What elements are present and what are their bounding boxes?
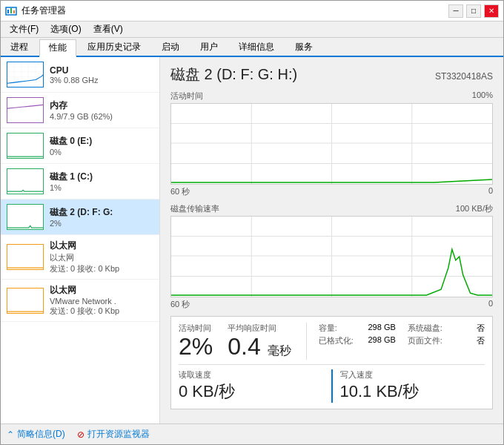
formatted-label: 已格式化:	[319, 335, 354, 346]
activity-label-row: 活动时间 100%	[170, 90, 493, 102]
sidebar-item-cpu[interactable]: CPU 3% 0.88 GHz	[1, 57, 159, 93]
page-value: 否	[477, 335, 485, 346]
tab-services[interactable]: 服务	[285, 38, 322, 56]
disk2-thumbnail	[7, 204, 44, 230]
svg-rect-5	[7, 62, 43, 87]
tab-startup[interactable]: 启动	[152, 38, 189, 56]
sidebar-item-memory[interactable]: 内存 4.9/7.9 GB (62%)	[1, 93, 159, 128]
activity-chart-section: 活动时间 100%	[170, 90, 493, 197]
sidebar-item-eth0[interactable]: 以太网 以太网 发送: 0 接收: 0 Kbp	[1, 235, 159, 280]
app-icon	[5, 5, 17, 17]
svg-rect-11	[7, 289, 43, 313]
stat-capacity: 容量: 298 GB 已格式化: 298 GB	[307, 323, 396, 360]
memory-thumbnail	[7, 97, 44, 123]
maximize-button[interactable]: □	[466, 4, 481, 18]
tab-users[interactable]: 用户	[190, 38, 228, 56]
formatted-value: 298 GB	[368, 335, 396, 346]
transfer-time-end: 0	[488, 299, 493, 310]
minimize-button[interactable]: ─	[448, 4, 463, 18]
disk0-thumbnail	[7, 133, 44, 159]
cpu-title: CPU	[50, 65, 153, 76]
activity-time-end: 0	[488, 186, 493, 197]
sidebar-item-disk1[interactable]: 磁盘 1 (C:) 1%	[1, 164, 159, 200]
svg-rect-3	[13, 10, 15, 13]
activity-stat-label: 活动时间	[179, 323, 213, 334]
tab-app-history[interactable]: 应用历史记录	[78, 38, 150, 56]
tab-details[interactable]: 详细信息	[229, 38, 284, 56]
menu-options[interactable]: 选项(O)	[44, 22, 87, 37]
close-button[interactable]: ✕	[484, 4, 499, 18]
menu-file[interactable]: 文件(F)	[4, 22, 44, 37]
disk2-title: 磁盘 2 (D: F: G:	[50, 206, 153, 219]
write-value: 10.1 KB/秒	[340, 380, 485, 403]
eth0-title: 以太网	[50, 240, 153, 252]
transfer-time-start: 60 秒	[170, 299, 190, 310]
activity-time-start: 60 秒	[170, 186, 190, 197]
read-value: 0 KB/秒	[179, 380, 324, 403]
disk2-sub: 2%	[50, 219, 153, 228]
summary-label: 简略信息(D)	[17, 428, 65, 441]
detail-header: 磁盘 2 (D: F: G: H:) ST3320418AS	[170, 65, 493, 85]
detail-panel: 磁盘 2 (D: F: G: H:) ST3320418AS 活动时间 100%	[160, 57, 503, 423]
disk0-title: 磁盘 0 (E:)	[50, 135, 153, 148]
disk1-title: 磁盘 1 (C:)	[50, 171, 153, 183]
activity-max: 100%	[472, 90, 493, 102]
sidebar: CPU 3% 0.88 GHz 内存 4.9/7.9 GB (62%)	[1, 57, 160, 423]
read-label: 读取速度	[179, 369, 324, 380]
svg-rect-7	[7, 134, 43, 158]
tab-performance[interactable]: 性能	[39, 39, 76, 57]
forbidden-icon: ⊘	[77, 429, 84, 440]
menu-view[interactable]: 查看(V)	[87, 22, 129, 37]
eth0-sub: 发送: 0 接收: 0 Kbp	[50, 263, 153, 274]
transfer-chart-section: 磁盘传输速率 100 KB/秒	[170, 203, 493, 310]
stats-grid: 活动时间 2% 平均响应时间 0.4 毫秒 容量:	[179, 323, 485, 360]
cpu-sub: 3% 0.88 GHz	[50, 76, 153, 85]
read-speed: 读取速度 0 KB/秒	[179, 369, 333, 403]
sidebar-item-disk2[interactable]: 磁盘 2 (D: F: G: 2%	[1, 200, 159, 235]
window-title: 任务管理器	[21, 4, 66, 17]
speed-row: 读取速度 0 KB/秒 写入速度 10.1 KB/秒	[179, 364, 485, 403]
transfer-max: 100 KB/秒	[456, 203, 493, 214]
activity-stat-value: 2%	[179, 334, 213, 360]
stats-container: 活动时间 2% 平均响应时间 0.4 毫秒 容量:	[170, 316, 493, 409]
sidebar-item-disk0[interactable]: 磁盘 0 (E:) 0%	[1, 128, 159, 164]
title-controls: ─ □ ✕	[448, 4, 499, 18]
eth1-thumbnail	[7, 288, 44, 314]
eth1-title: 以太网	[50, 284, 153, 297]
transfer-label: 磁盘传输速率	[170, 203, 219, 214]
eth1-sub0: VMware Network .	[50, 297, 153, 306]
capacity-label: 容量:	[319, 323, 337, 334]
menu-bar: 文件(F) 选项(O) 查看(V)	[1, 22, 503, 38]
write-speed: 写入速度 10.1 KB/秒	[333, 369, 485, 403]
svg-rect-1	[7, 10, 9, 13]
write-label: 写入速度	[340, 369, 485, 380]
monitor-button-wrapper: ⊘ 打开资源监视器	[77, 428, 150, 441]
activity-label: 活动时间	[170, 90, 203, 102]
cpu-thumbnail	[7, 62, 44, 88]
memory-sub: 4.9/7.9 GB (62%)	[50, 112, 153, 121]
bottom-bar: ⌃ 简略信息(D) ⊘ 打开资源监视器	[1, 423, 503, 444]
transfer-label-row: 磁盘传输速率 100 KB/秒	[170, 203, 493, 214]
transfer-time-row: 60 秒 0	[170, 299, 493, 310]
sidebar-item-eth1[interactable]: 以太网 VMware Network . 发送: 0 接收: 0 Kbp	[1, 280, 159, 322]
detail-title: 磁盘 2 (D: F: G: H:)	[170, 65, 297, 85]
svg-rect-6	[7, 98, 43, 122]
disk0-sub: 0%	[50, 148, 153, 156]
svg-rect-8	[7, 169, 43, 194]
monitor-button[interactable]: 打开资源监视器	[87, 428, 150, 441]
response-stat-value: 0.4	[228, 333, 260, 360]
eth0-thumbnail	[7, 244, 44, 270]
stat-response: 平均响应时间 0.4 毫秒	[228, 323, 306, 360]
chevron-up-icon: ⌃	[7, 429, 14, 440]
memory-title: 内存	[50, 99, 153, 112]
summary-button[interactable]: ⌃ 简略信息(D)	[7, 428, 65, 441]
response-stat-unit: 毫秒	[268, 344, 291, 357]
disk1-thumbnail	[7, 168, 44, 194]
system-label: 系统磁盘:	[408, 323, 442, 334]
page-label: 页面文件:	[408, 335, 442, 346]
transfer-chart	[170, 216, 493, 297]
tab-process[interactable]: 进程	[1, 38, 38, 56]
svg-rect-10	[7, 245, 43, 269]
stat-system: 系统磁盘: 否 页面文件: 否	[396, 323, 485, 360]
title-bar: 任务管理器 ─ □ ✕	[1, 1, 503, 22]
